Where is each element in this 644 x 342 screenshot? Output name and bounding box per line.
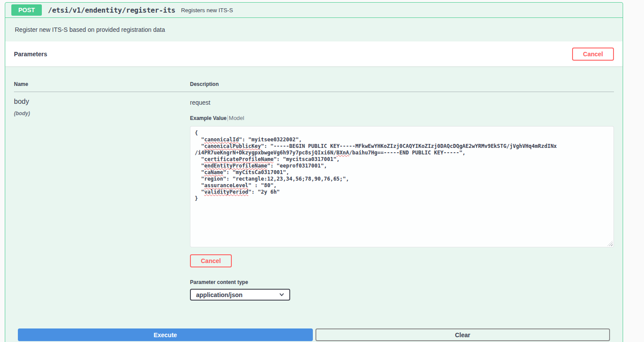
operation-block-post: POST /etsi/v1/endentity/register-its Reg… [5, 2, 623, 342]
parameters-body: Name Description body (body) request Exa… [5, 66, 623, 342]
endpoint-summary: Registers new ITS-S [181, 7, 233, 14]
tab-model[interactable]: Model [229, 115, 244, 121]
parameter-row-body: body (body) request Example Value Model … [14, 92, 614, 301]
tab-divider [227, 115, 228, 121]
column-header-description: Description [190, 75, 614, 92]
endpoint-summary-bar[interactable]: POST /etsi/v1/endentity/register-its Reg… [5, 3, 623, 18]
http-method-badge: POST [11, 4, 42, 16]
tab-example-value[interactable]: Example Value [190, 115, 227, 121]
column-header-name: Name [14, 75, 190, 92]
resize-handle-icon[interactable] [607, 241, 613, 246]
body-example-textarea[interactable]: { "canonicalId": "myitsee0322002", "cano… [190, 126, 614, 247]
execute-button[interactable]: Execute [18, 328, 313, 341]
content-type-select[interactable]: application/json [190, 289, 290, 301]
parameters-section-header: Parameters Cancel [5, 41, 623, 66]
endpoint-description: Register new ITS-S based on provided reg… [5, 18, 623, 41]
cancel-try-out-button[interactable]: Cancel [572, 48, 614, 61]
parameter-content-type-label: Parameter content type [190, 279, 614, 285]
endpoint-path: /etsi/v1/endentity/register-its [48, 6, 175, 14]
parameters-title: Parameters [14, 51, 47, 58]
example-model-tabs: Example Value Model [190, 115, 614, 121]
content-type-selected-value: application/json [196, 291, 243, 298]
parameter-name: body [14, 98, 190, 106]
parameter-description: request [190, 99, 614, 106]
parameter-kind: (body) [14, 110, 190, 116]
execute-actions-row: Execute Clear [18, 328, 610, 342]
cancel-body-edit-button[interactable]: Cancel [190, 254, 232, 267]
chevron-down-icon [279, 292, 284, 297]
clear-button[interactable]: Clear [315, 328, 610, 341]
parameters-table: Name Description body (body) request Exa… [14, 75, 614, 301]
